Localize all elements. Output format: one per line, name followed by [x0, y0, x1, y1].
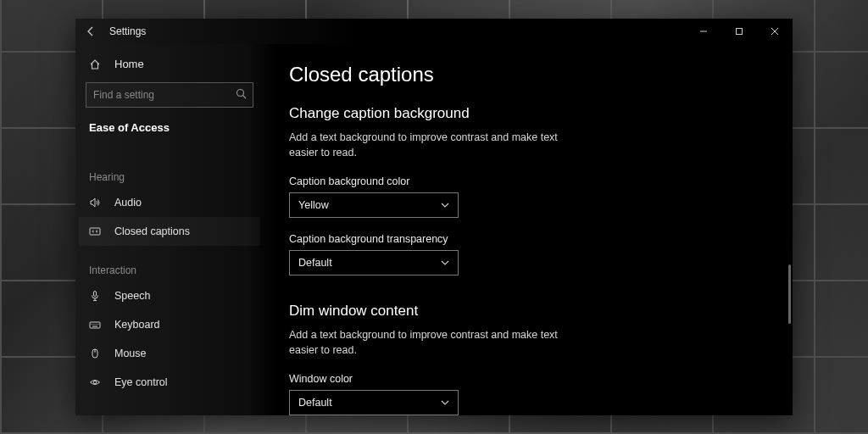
window-controls [686, 19, 793, 44]
sidebar: Home Ease of Access Hearing Audio [75, 44, 264, 415]
titlebar: Settings [75, 19, 793, 44]
closed-captions-icon [89, 225, 103, 237]
back-button[interactable] [75, 19, 106, 44]
sidebar-item-audio[interactable]: Audio [79, 188, 260, 217]
svg-point-10 [95, 324, 96, 325]
chevron-down-icon [441, 260, 449, 265]
search-container [86, 82, 253, 108]
svg-point-8 [92, 324, 92, 325]
eye-icon [89, 376, 103, 388]
svg-rect-5 [94, 292, 97, 297]
sidebar-item-keyboard[interactable]: Keyboard [79, 310, 260, 339]
dropdown-bg-transparency[interactable]: Default [289, 250, 459, 275]
category-label: Ease of Access [79, 116, 260, 147]
section-heading-background: Change caption background [289, 105, 767, 122]
sidebar-item-mouse[interactable]: Mouse [79, 339, 260, 368]
dropdown-bg-color[interactable]: Yellow [289, 192, 459, 218]
section-heading-dim: Dim window content [289, 303, 767, 320]
microphone-icon [89, 290, 103, 302]
svg-point-12 [98, 324, 99, 325]
sidebar-item-eye-control[interactable]: Eye control [79, 368, 260, 397]
field-label-window-color: Window color [289, 373, 767, 385]
chevron-down-icon [441, 203, 449, 208]
chevron-down-icon [441, 400, 449, 405]
page-title: Closed captions [289, 63, 767, 86]
sidebar-item-label: Speech [114, 290, 150, 302]
mouse-icon [89, 348, 103, 359]
keyboard-icon [89, 319, 103, 331]
minimize-icon [699, 27, 708, 36]
dropdown-value: Default [298, 257, 332, 269]
body: Home Ease of Access Hearing Audio [75, 44, 793, 415]
window-title: Settings [109, 25, 146, 37]
home-label: Home [114, 58, 144, 70]
content-area: Closed captions Change caption backgroun… [264, 44, 793, 415]
dropdown-value: Default [298, 397, 332, 409]
svg-rect-4 [90, 228, 100, 235]
arrow-left-icon [85, 25, 97, 37]
svg-rect-1 [737, 29, 743, 35]
close-icon [771, 27, 779, 36]
svg-rect-6 [90, 322, 100, 328]
field-label-bg-color: Caption background color [289, 175, 767, 187]
dropdown-value: Yellow [298, 199, 329, 211]
sidebar-item-label: Closed captions [114, 225, 190, 237]
section-interaction: Interaction [79, 256, 260, 281]
section-description: Add a text background to improve contras… [289, 328, 577, 358]
search-input[interactable] [86, 82, 253, 108]
sidebar-item-speech[interactable]: Speech [79, 281, 260, 310]
sidebar-item-label: Eye control [114, 376, 168, 388]
maximize-icon [735, 27, 743, 36]
sidebar-item-closed-captions[interactable]: Closed captions [79, 217, 260, 246]
sidebar-item-label: Keyboard [114, 319, 160, 331]
dropdown-window-color[interactable]: Default [289, 390, 459, 415]
sidebar-item-label: Audio [114, 197, 142, 209]
sidebar-item-label: Mouse [114, 348, 147, 359]
home-icon [89, 58, 103, 70]
close-button[interactable] [757, 19, 793, 44]
svg-point-11 [97, 324, 97, 325]
settings-window: Settings Home [75, 19, 793, 415]
svg-line-3 [243, 96, 247, 99]
scrollbar[interactable] [788, 264, 791, 324]
search-icon [236, 88, 247, 99]
section-hearing: Hearing [79, 163, 260, 188]
minimize-button[interactable] [686, 19, 721, 44]
section-description: Add a text background to improve contras… [289, 131, 577, 160]
audio-icon [89, 197, 103, 209]
svg-point-2 [237, 90, 244, 97]
svg-point-9 [93, 324, 94, 325]
maximize-button[interactable] [721, 19, 757, 44]
svg-point-15 [93, 381, 97, 384]
home-link[interactable]: Home [79, 51, 260, 77]
field-label-bg-transparency: Caption background transparency [289, 233, 767, 245]
